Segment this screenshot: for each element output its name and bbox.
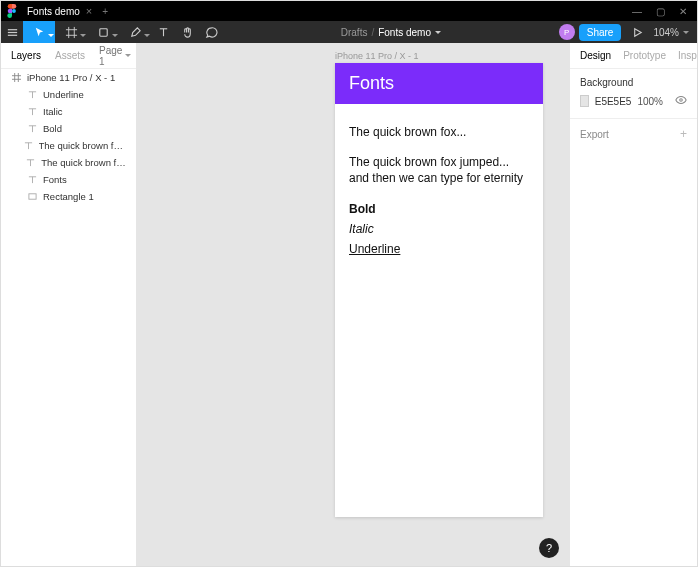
frame-icon: [11, 73, 21, 82]
zoom-value: 104%: [653, 27, 679, 38]
chevron-down-icon: [683, 31, 689, 34]
rect-icon: [27, 192, 37, 201]
close-window-icon[interactable]: ✕: [679, 6, 687, 17]
minimize-icon[interactable]: —: [632, 6, 642, 17]
italic-text[interactable]: Italic: [349, 221, 529, 237]
pen-tool[interactable]: [119, 21, 151, 43]
window-controls: — ▢ ✕: [632, 6, 687, 17]
close-tab-icon[interactable]: ×: [86, 5, 92, 17]
background-section: Background E5E5E5 100%: [570, 69, 697, 119]
layer-row[interactable]: Italic: [1, 103, 136, 120]
page-selector[interactable]: Page 1: [99, 45, 131, 67]
background-label: Background: [580, 77, 687, 88]
toolbar: Drafts / Fonts demo P Share 104%: [1, 21, 697, 43]
breadcrumb-file[interactable]: Fonts demo: [378, 27, 441, 38]
text-icon: [26, 158, 35, 167]
design-panel: Design Prototype Inspect Background E5E5…: [569, 43, 697, 567]
svg-rect-27: [28, 194, 35, 199]
layer-label: Rectangle 1: [43, 191, 94, 202]
text-tool[interactable]: [151, 21, 175, 43]
tab-assets[interactable]: Assets: [55, 50, 85, 61]
titlebar: Fonts demo × + — ▢ ✕: [1, 1, 697, 21]
chevron-down-icon: [435, 31, 441, 34]
add-export-icon[interactable]: +: [680, 127, 687, 141]
layer-row[interactable]: Rectangle 1: [1, 188, 136, 205]
tab-design[interactable]: Design: [580, 50, 611, 61]
svg-point-0: [12, 9, 16, 13]
tab-inspect[interactable]: Inspect: [678, 50, 698, 61]
export-label: Export: [580, 129, 609, 140]
comment-tool[interactable]: [199, 21, 223, 43]
text-icon: [24, 141, 33, 150]
maximize-icon[interactable]: ▢: [656, 6, 665, 17]
present-button[interactable]: [625, 21, 649, 43]
main-menu-button[interactable]: [1, 21, 23, 43]
share-button[interactable]: Share: [579, 24, 622, 41]
color-swatch[interactable]: [580, 95, 589, 107]
export-section[interactable]: Export +: [570, 119, 697, 149]
tab-prototype[interactable]: Prototype: [623, 50, 666, 61]
background-hex[interactable]: E5E5E5: [595, 96, 632, 107]
canvas[interactable]: iPhone 11 Pro / X - 1 Fonts The quick br…: [137, 43, 569, 567]
frame-tool[interactable]: [55, 21, 87, 43]
new-tab-button[interactable]: +: [102, 6, 108, 17]
text-icon: [27, 90, 37, 99]
sample-text-1[interactable]: The quick brown fox...: [349, 124, 529, 140]
underline-text[interactable]: Underline: [349, 241, 529, 257]
layer-row[interactable]: Bold: [1, 120, 136, 137]
file-tab[interactable]: Fonts demo ×: [27, 5, 92, 17]
layer-row[interactable]: The quick brown fox...: [1, 154, 136, 171]
chevron-down-icon: [125, 54, 131, 57]
layer-label: iPhone 11 Pro / X - 1: [27, 72, 115, 83]
svg-rect-8: [99, 28, 106, 35]
text-icon: [27, 175, 37, 184]
avatar[interactable]: P: [559, 24, 575, 40]
layer-label: Fonts: [43, 174, 67, 185]
layers-panel: Layers Assets Page 1 iPhone 11 Pro / X -…: [1, 43, 137, 567]
sample-text-2[interactable]: The quick brown fox jumped... and then w…: [349, 154, 529, 186]
eye-icon[interactable]: [675, 94, 687, 108]
layer-row[interactable]: Underline: [1, 86, 136, 103]
layer-label: The quick brown fox...: [41, 157, 126, 168]
move-tool[interactable]: [23, 21, 55, 43]
zoom-control[interactable]: 104%: [653, 27, 689, 38]
background-opacity[interactable]: 100%: [637, 96, 663, 107]
layer-label: Bold: [43, 123, 62, 134]
artboard[interactable]: Fonts The quick brown fox... The quick b…: [335, 63, 543, 517]
shape-tool[interactable]: [87, 21, 119, 43]
layer-label: Italic: [43, 106, 63, 117]
layer-row[interactable]: The quick brown fox jumped......: [1, 137, 136, 154]
hand-tool[interactable]: [175, 21, 199, 43]
breadcrumb: Drafts / Fonts demo: [223, 27, 559, 38]
layer-frame[interactable]: iPhone 11 Pro / X - 1: [1, 69, 136, 86]
breadcrumb-root[interactable]: Drafts: [341, 27, 368, 38]
layer-row[interactable]: Fonts: [1, 171, 136, 188]
file-tab-label: Fonts demo: [27, 6, 80, 17]
tab-layers[interactable]: Layers: [11, 50, 41, 61]
text-icon: [27, 124, 37, 133]
figma-logo-icon: [7, 4, 17, 18]
artboard-header[interactable]: Fonts: [335, 63, 543, 104]
layer-label: The quick brown fox jumped......: [39, 140, 127, 151]
layer-label: Underline: [43, 89, 84, 100]
help-button[interactable]: ?: [539, 538, 559, 558]
svg-point-28: [680, 99, 683, 102]
bold-text[interactable]: Bold: [349, 201, 529, 217]
frame-label[interactable]: iPhone 11 Pro / X - 1: [335, 51, 419, 61]
text-icon: [27, 107, 37, 116]
